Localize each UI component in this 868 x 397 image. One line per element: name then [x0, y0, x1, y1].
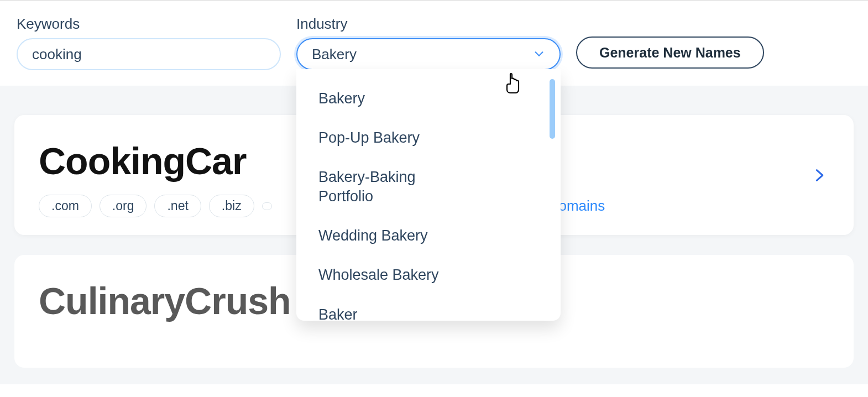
generate-button[interactable]: Generate New Names: [576, 36, 764, 69]
controls-row: Keywords Industry Bakery Pop-Up Bakery B…: [0, 1, 868, 86]
industry-combo: Bakery Pop-Up Bakery Bakery-Baking Portf…: [296, 38, 561, 70]
chevron-right-icon: [812, 168, 827, 183]
dropdown-item-bakery-baking-portfolio[interactable]: Bakery-Baking Portfolio: [318, 158, 468, 216]
keywords-input[interactable]: [17, 38, 281, 70]
dropdown-item-baker[interactable]: Baker: [318, 295, 556, 321]
ext-pill-net[interactable]: .net: [154, 195, 201, 217]
dropdown-item-bakery[interactable]: Bakery: [318, 79, 556, 118]
ext-pill-biz[interactable]: .biz: [209, 195, 254, 217]
industry-dropdown: Bakery Pop-Up Bakery Bakery-Baking Portf…: [296, 69, 561, 321]
keywords-group: Keywords: [17, 15, 281, 70]
dropdown-item-wholesale-bakery[interactable]: Wholesale Bakery: [318, 255, 556, 295]
keywords-label: Keywords: [17, 15, 281, 33]
ext-pill-org[interactable]: .org: [100, 195, 147, 217]
dropdown-scrollbar[interactable]: [550, 79, 555, 139]
ext-pill-more[interactable]: [262, 202, 272, 210]
industry-input[interactable]: [296, 38, 561, 70]
ext-pill-com[interactable]: .com: [39, 195, 92, 217]
dropdown-item-popup-bakery[interactable]: Pop-Up Bakery: [318, 118, 556, 158]
industry-label: Industry: [296, 15, 561, 33]
industry-group: Industry Bakery Pop-Up Bakery Bakery-Bak…: [296, 15, 561, 70]
dropdown-item-wedding-bakery[interactable]: Wedding Bakery: [318, 216, 556, 255]
